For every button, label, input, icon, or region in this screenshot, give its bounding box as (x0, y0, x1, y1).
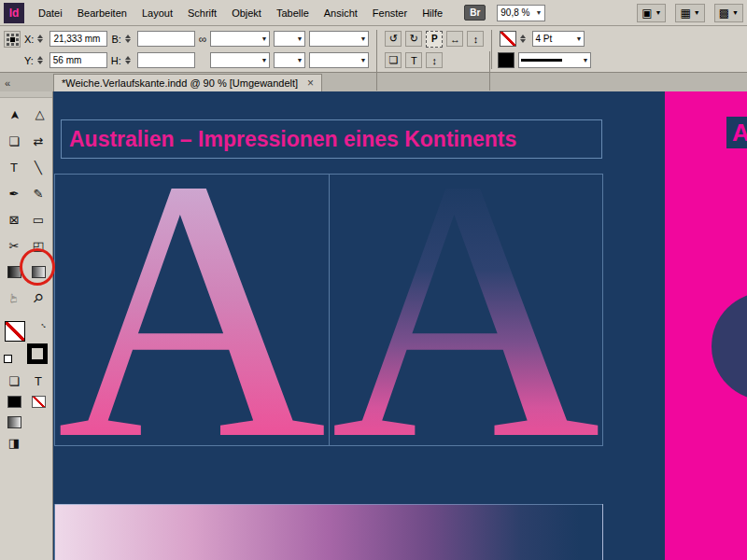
height-spinner[interactable] (125, 56, 134, 64)
scale-y-combo[interactable]: ▼ (210, 52, 270, 68)
type-tool[interactable]: T (2, 154, 26, 180)
empty-cell (26, 412, 50, 432)
scale-link-combo[interactable]: ▼ (274, 31, 305, 47)
gradient-bar-frame[interactable] (54, 504, 603, 560)
scissors-tool[interactable]: ✂ (2, 232, 26, 259)
gradient-letter-right: A (331, 175, 600, 445)
selection-tool[interactable]: ➤ (2, 102, 26, 128)
menu-hilfe[interactable]: Hilfe (416, 4, 449, 22)
page-tool[interactable]: ❏ (2, 128, 26, 154)
width-label: B: (111, 34, 120, 45)
letters-frame[interactable]: A A (54, 174, 603, 446)
chevron-down-icon: ▼ (356, 35, 366, 42)
zoom-level-combo[interactable]: 90,8 % ▼ (497, 5, 545, 21)
view-options-icon: ▣ (641, 7, 652, 20)
tools-panel-grip[interactable] (0, 91, 52, 98)
x-input[interactable] (49, 31, 107, 47)
view-options-button[interactable]: ▣ ▼ (637, 4, 666, 22)
formatting-affects-text-button[interactable]: T (26, 371, 50, 391)
width-input[interactable] (137, 31, 195, 47)
tools-bottom-grid: ❏ T ◨ (0, 371, 52, 453)
hand-tool[interactable]: ☞ (2, 285, 26, 311)
small-letter-frame[interactable]: A (726, 116, 747, 149)
zoom-tool[interactable]: ⚲ (26, 285, 50, 311)
y-input[interactable] (49, 52, 107, 68)
rotation-angle-combo[interactable]: ▼ (309, 31, 369, 47)
divider (376, 51, 377, 91)
stroke-none-swatch[interactable] (500, 31, 516, 47)
gap-tool[interactable]: ⇄ (26, 128, 50, 154)
stroke-style-combo[interactable]: ▼ (518, 52, 591, 68)
chevron-down-icon: ▼ (578, 57, 588, 63)
menu-tabelle[interactable]: Tabelle (270, 4, 316, 22)
arrange-documents-button[interactable]: ▦ ▼ (675, 4, 704, 22)
bridge-button[interactable]: Br (464, 5, 486, 21)
shear-link-combo[interactable]: ▼ (274, 52, 305, 68)
frame-tool[interactable]: ⊠ (2, 206, 26, 232)
formatting-affects-container-button[interactable]: ❏ (2, 371, 26, 391)
stroke-weight-combo[interactable]: 4 Pt ▼ (532, 31, 585, 47)
document-canvas[interactable]: Australien – Impressionen eines Kontinen… (53, 91, 747, 560)
document-tab-title: *Weiche.Verlaufskante.indd @ 90 % [Umgew… (62, 77, 298, 89)
document-tab[interactable]: *Weiche.Verlaufskante.indd @ 90 % [Umgew… (53, 74, 322, 91)
document-tab-bar: « *Weiche.Verlaufskante.indd @ 90 % [Umg… (0, 73, 747, 91)
scale-x-combo[interactable]: ▼ (210, 31, 270, 47)
gradient-swatch-tool[interactable] (2, 259, 26, 285)
width-spinner[interactable] (125, 35, 134, 43)
text-icon: T (35, 375, 42, 387)
height-input[interactable] (137, 52, 195, 68)
menu-objekt[interactable]: Objekt (225, 4, 268, 22)
close-tab-icon[interactable]: × (307, 77, 314, 90)
apply-color-button[interactable] (2, 391, 26, 412)
menu-layout[interactable]: Layout (135, 4, 179, 22)
default-fill-stroke-icon[interactable] (4, 355, 12, 363)
swap-fill-stroke-icon[interactable]: ↔ (38, 318, 50, 330)
flip-both-button[interactable]: ↕ (426, 52, 443, 68)
workspace-switcher-button[interactable]: ▩ ▼ (714, 4, 743, 22)
pencil-tool[interactable]: ✎ (26, 180, 50, 206)
select-container-button[interactable]: ❏ (385, 52, 402, 68)
y-spinner[interactable] (37, 56, 46, 64)
chevron-down-icon: ▼ (257, 35, 267, 42)
control-panel: X: B: ∞ ▼ ▼ ▼ ↺ ↻ P ↔ ↕ 4 Pt ▼ (0, 26, 747, 73)
gradient-feather-tool[interactable] (26, 259, 50, 285)
menu-fenster[interactable]: Fenster (366, 4, 414, 22)
line-tool[interactable]: ╲ (26, 154, 50, 180)
headline-text-frame[interactable]: Australien – Impressionen eines Kontinen… (61, 119, 602, 159)
menu-bearbeiten[interactable]: Bearbeiten (71, 4, 134, 22)
rotate-ccw-button[interactable]: ↺ (385, 31, 402, 47)
select-content-button[interactable]: T (405, 52, 422, 68)
stroke-box[interactable] (27, 343, 48, 364)
apply-none-button[interactable] (26, 391, 50, 412)
stroke-weight-spinner[interactable] (520, 35, 529, 43)
apply-none-icon (32, 396, 46, 408)
fill-box[interactable] (5, 321, 25, 342)
indesign-window: Id Datei Bearbeiten Layout Schrift Objek… (0, 0, 747, 560)
pen-tool[interactable]: ✒ (2, 180, 26, 206)
fill-color-swatch[interactable] (498, 52, 514, 68)
reference-point-proxy[interactable] (4, 31, 21, 48)
gradient-letter-left: A (57, 175, 327, 445)
menu-ansicht[interactable]: Ansicht (317, 4, 364, 22)
rectangle-tool[interactable]: ▭ (26, 206, 50, 232)
letter-cell-right[interactable]: A (329, 175, 603, 445)
paragraph-proxy-badge[interactable]: P (426, 31, 443, 48)
letter-cell-left[interactable]: A (55, 175, 329, 445)
menu-datei[interactable]: Datei (32, 4, 69, 22)
flip-vertical-button[interactable]: ↕ (467, 31, 484, 47)
menu-schrift[interactable]: Schrift (181, 4, 223, 22)
gradient-swatch-tool-icon (7, 266, 21, 278)
panel-collapse-chevron[interactable]: « (0, 77, 15, 91)
rotate-cw-button[interactable]: ↻ (405, 31, 422, 47)
apply-gradient-button[interactable] (2, 412, 26, 432)
free-transform-tool[interactable]: ◰ (26, 232, 50, 259)
direct-selection-tool[interactable]: ▷ (26, 102, 50, 128)
x-spinner[interactable] (37, 35, 46, 43)
tools-panel: ➤ ▷ ❏ ⇄ T ╲ ✒ ✎ ⊠ ▭ ✂ ◰ ☞ ⚲ ↔ (0, 91, 53, 560)
shear-angle-combo[interactable]: ▼ (309, 52, 369, 68)
flip-horizontal-button[interactable]: ↔ (446, 31, 463, 47)
constrain-link-icon[interactable]: ∞ (199, 34, 207, 45)
screen-mode-button[interactable]: ◨ (2, 432, 26, 453)
chevron-down-icon: ▼ (292, 35, 303, 42)
fill-stroke-control: ↔ (2, 320, 50, 365)
